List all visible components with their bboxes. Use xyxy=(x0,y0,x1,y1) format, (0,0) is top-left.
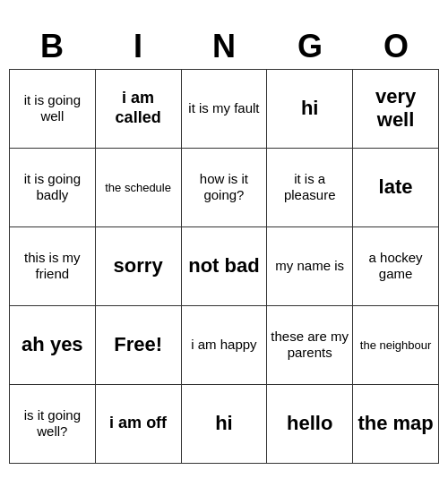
grid-cell: i am called xyxy=(95,69,181,148)
grid-cell: the schedule xyxy=(95,148,181,226)
grid-cell: hi xyxy=(181,384,267,463)
table-row: is it going well?i am offhihellothe map xyxy=(10,384,439,463)
grid-cell: hi xyxy=(267,69,353,148)
grid-cell: the neighbour xyxy=(353,305,439,384)
grid-cell: the map xyxy=(353,384,439,463)
header-o: O xyxy=(353,24,439,69)
grid-cell: these are my parents xyxy=(267,305,353,384)
table-row: ah yesFree!i am happythese are my parent… xyxy=(10,305,439,384)
grid-cell: hello xyxy=(267,384,353,463)
bingo-header: B I N G O xyxy=(9,24,439,69)
header-b: B xyxy=(9,24,95,69)
header-i: I xyxy=(95,24,181,69)
grid-cell: i am off xyxy=(95,384,181,463)
grid-cell: this is my friend xyxy=(10,226,96,305)
grid-cell: sorry xyxy=(95,226,181,305)
grid-cell: my name is xyxy=(267,226,353,305)
grid-cell: late xyxy=(353,148,439,226)
table-row: it is going badlythe schedulehow is it g… xyxy=(10,148,439,226)
grid-cell: Free! xyxy=(95,305,181,384)
grid-cell: ah yes xyxy=(10,305,96,384)
header-n: N xyxy=(181,24,267,69)
bingo-grid: it is going welli am calledit is my faul… xyxy=(9,69,439,464)
grid-cell: very well xyxy=(353,69,439,148)
header-g: G xyxy=(267,24,353,69)
grid-cell: it is a pleasure xyxy=(267,148,353,226)
grid-cell: it is going well xyxy=(10,69,96,148)
grid-cell: how is it going? xyxy=(181,148,267,226)
grid-cell: is it going well? xyxy=(10,384,96,463)
grid-cell: a hockey game xyxy=(353,226,439,305)
table-row: it is going welli am calledit is my faul… xyxy=(10,69,439,148)
grid-cell: not bad xyxy=(181,226,267,305)
grid-cell: it is going badly xyxy=(10,148,96,226)
grid-cell: it is my fault xyxy=(181,69,267,148)
table-row: this is my friendsorrynot badmy name isa… xyxy=(10,226,439,305)
bingo-card: B I N G O it is going welli am calledit … xyxy=(9,24,439,464)
grid-cell: i am happy xyxy=(181,305,267,384)
